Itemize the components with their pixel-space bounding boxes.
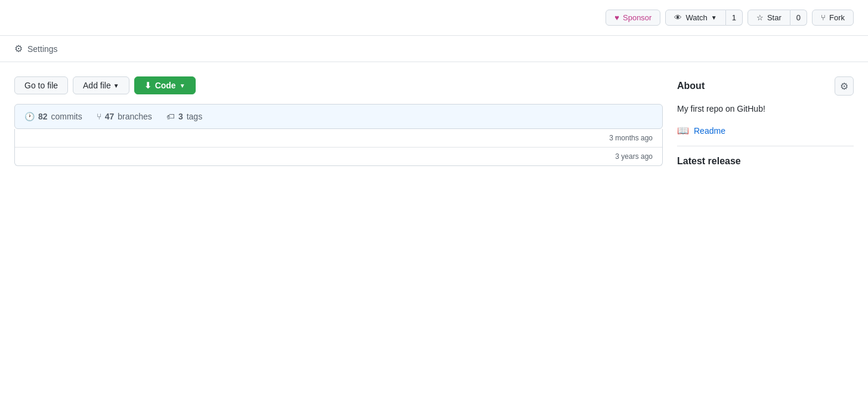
add-file-label: Add file [83, 81, 111, 90]
tags-count: 3 [178, 112, 183, 121]
action-buttons: Go to file Add file ▼ ⬇ Code ▼ [14, 76, 663, 94]
file-list: 3 months ago 3 years ago [14, 129, 663, 166]
clock-icon: 🕐 [24, 112, 35, 121]
book-icon: 📖 [677, 125, 689, 136]
chevron-down-icon: ▼ [113, 82, 119, 89]
chevron-down-icon: ▼ [180, 82, 186, 89]
about-title: About [677, 81, 705, 91]
tag-icon: 🏷 [166, 112, 175, 121]
watch-button-group: 👁 Watch ▼ 1 [665, 10, 743, 26]
branch-icon: ⑂ [97, 112, 101, 121]
sponsor-label: Sponsor [623, 13, 651, 22]
left-panel: Go to file Add file ▼ ⬇ Code ▼ 🕐 82 comm… [14, 76, 663, 167]
table-row: 3 months ago [15, 129, 662, 148]
divider [677, 146, 854, 146]
commits-count: 82 [38, 112, 48, 121]
go-to-file-button[interactable]: Go to file [14, 76, 68, 94]
file-timestamp: 3 years ago [615, 152, 653, 161]
star-icon: ☆ [756, 13, 764, 22]
watch-label: Watch [685, 13, 707, 22]
go-to-file-label: Go to file [24, 81, 58, 90]
about-description: My first repo on GitHub! [677, 103, 854, 115]
readme-label: Readme [694, 126, 725, 136]
right-panel: About ⚙ My first repo on GitHub! 📖 Readm… [677, 76, 854, 167]
download-icon: ⬇ [144, 81, 152, 90]
heart-icon: ♥ [614, 13, 619, 22]
tags-stat[interactable]: 🏷 3 tags [166, 112, 202, 121]
settings-nav: ⚙ Settings [0, 36, 868, 62]
add-file-button[interactable]: Add file ▼ [73, 76, 129, 94]
gear-icon: ⚙ [840, 81, 848, 92]
commits-label: commits [51, 112, 82, 121]
fork-button[interactable]: ⑂ Fork [812, 10, 854, 26]
stats-bar: 🕐 82 commits ⑂ 47 branches 🏷 3 tags [14, 104, 663, 129]
settings-label: Settings [27, 44, 58, 54]
branches-count: 47 [105, 112, 115, 121]
about-settings-button[interactable]: ⚙ [835, 76, 854, 96]
watch-button[interactable]: 👁 Watch ▼ [665, 10, 725, 26]
main-content: Go to file Add file ▼ ⬇ Code ▼ 🕐 82 comm… [0, 62, 868, 181]
star-button[interactable]: ☆ Star [747, 10, 790, 26]
branches-label: branches [118, 112, 152, 121]
about-header: About ⚙ [677, 76, 854, 96]
readme-link[interactable]: 📖 Readme [677, 125, 854, 136]
chevron-down-icon: ▼ [711, 14, 717, 21]
code-button[interactable]: ⬇ Code ▼ [134, 76, 196, 94]
eye-icon: 👁 [674, 13, 682, 22]
star-count[interactable]: 0 [790, 10, 807, 26]
top-bar: ♥ Sponsor 👁 Watch ▼ 1 ☆ Star 0 ⑂ Fork [0, 0, 868, 36]
fork-icon: ⑂ [821, 13, 826, 22]
table-row: 3 years ago [15, 148, 662, 165]
star-button-group: ☆ Star 0 [747, 10, 807, 26]
commits-stat[interactable]: 🕐 82 commits [24, 112, 82, 121]
gear-icon: ⚙ [14, 43, 23, 54]
branches-stat[interactable]: ⑂ 47 branches [97, 112, 152, 121]
watch-count[interactable]: 1 [726, 10, 743, 26]
fork-label: Fork [829, 13, 845, 22]
sponsor-button[interactable]: ♥ Sponsor [606, 10, 660, 26]
code-label: Code [155, 81, 176, 90]
tags-label: tags [187, 112, 202, 121]
star-label: Star [767, 13, 781, 22]
latest-release-title: Latest release [677, 156, 854, 167]
file-timestamp: 3 months ago [609, 134, 653, 142]
